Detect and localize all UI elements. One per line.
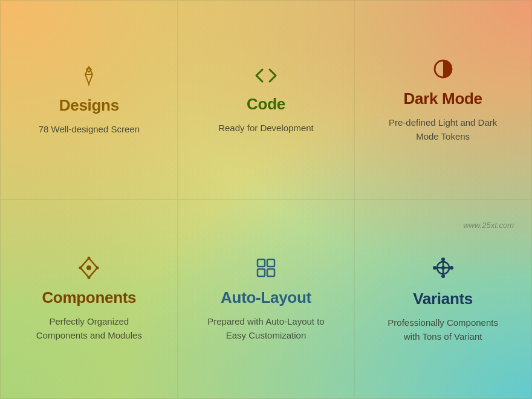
features-grid: Designs 78 Well-designed Screen Code Rea… [0,0,532,399]
svg-point-4 [96,266,99,269]
diamond-icon [76,256,102,280]
auto-layout-desc: Prepared with Auto-Layout to Easy Custom… [206,314,326,343]
designs-title: Designs [59,96,119,115]
feature-auto-layout: Auto-Layout Prepared with Auto-Layout to… [178,199,355,398]
svg-point-3 [88,256,91,259]
components-title: Components [42,288,136,307]
code-title: Code [247,95,285,114]
dark-mode-desc: Pre-defined Light and Dark Mode Tokens [383,115,504,144]
pen-nib-icon [77,63,101,88]
svg-point-19 [433,266,436,270]
auto-layout-title: Auto-Layout [221,288,311,307]
asterisk-icon [430,255,456,281]
components-desc: Perfectly Organized Components and Modul… [28,314,149,343]
designs-desc: 78 Well-designed Screen [39,122,140,136]
svg-point-6 [79,266,82,269]
feature-designs: Designs 78 Well-designed Screen [1,1,178,199]
variants-desc: Professionally Components with Tons of V… [383,316,504,344]
svg-rect-9 [258,269,265,276]
svg-point-2 [86,265,91,270]
dark-mode-title: Dark Mode [404,89,482,108]
grid-icon [254,256,278,280]
feature-code: Code Ready for Development [178,1,355,199]
svg-point-18 [441,274,445,278]
half-circle-icon [431,57,455,81]
feature-dark-mode: Dark Mode Pre-defined Light and Dark Mod… [354,1,531,199]
svg-rect-7 [258,259,265,267]
feature-components: Components Perfectly Organized Component… [1,199,178,398]
svg-point-20 [450,266,453,270]
code-desc: Ready for Development [218,121,314,135]
svg-point-17 [441,258,445,261]
code-icon [253,65,279,86]
svg-point-5 [88,276,91,279]
svg-rect-10 [267,269,274,276]
variants-title: Variants [413,290,473,308]
watermark: www.25xt.com [463,221,514,230]
svg-rect-8 [267,259,274,267]
